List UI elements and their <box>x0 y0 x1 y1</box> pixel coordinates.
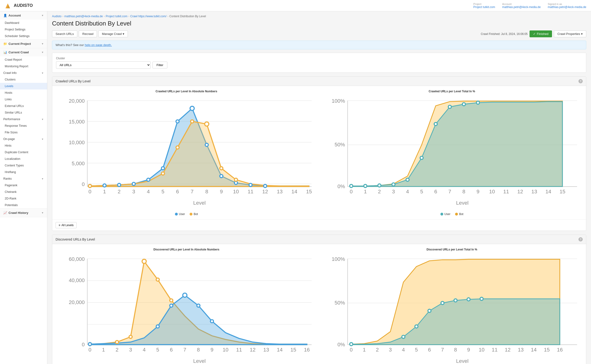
discovered-abs-chart: Discovered URLs per Level In Absolute Nu… <box>56 248 317 364</box>
sidebar-item-content-types[interactable]: Content Types <box>0 162 47 169</box>
breadcrumb-account[interactable]: matthias.petri@4eck-media.de <box>64 15 103 18</box>
sidebar-item-hreflang[interactable]: Hreflang <box>0 169 47 176</box>
sidebar-header-crawl-info[interactable]: Crawl Info ▼ <box>0 70 47 76</box>
account-link[interactable]: matthias.petri@4eck-media.de <box>502 6 541 9</box>
svg-point-117 <box>129 335 132 338</box>
help-icon-1[interactable]: ? <box>578 79 583 83</box>
sidebar-header-onpage[interactable]: On-page ▼ <box>0 136 47 142</box>
sidebar-item-dashboard[interactable]: Dashboard <box>0 20 47 26</box>
svg-text:3: 3 <box>389 347 392 353</box>
sidebar-item-hosts[interactable]: Hosts <box>0 90 47 96</box>
info-banner-link[interactable]: help on page depth. <box>85 43 112 47</box>
sidebar-item-levels[interactable]: Levels <box>0 83 47 90</box>
recrawl-button[interactable]: Recrawl <box>79 30 97 37</box>
discovered-urls-section: Discovered URLs By Level ? Discovered UR… <box>52 235 586 364</box>
svg-text:8: 8 <box>197 347 200 353</box>
sidebar-header-crawl-history[interactable]: 📈 Crawl History ▼ <box>0 209 47 217</box>
chevron-down-icon-history: ▼ <box>41 212 44 214</box>
crawl-properties-button[interactable]: Crawl Properties ▾ <box>554 30 586 37</box>
breadcrumb-sep3: › <box>128 15 129 18</box>
svg-point-125 <box>197 304 200 307</box>
svg-text:9: 9 <box>467 347 470 353</box>
toolbar: Search URLs Recrawl Manage Crawl ▾ Crawl… <box>47 30 591 41</box>
sidebar-item-pagerank[interactable]: Pagerank <box>0 182 47 188</box>
svg-text:14: 14 <box>545 188 551 195</box>
svg-text:2: 2 <box>116 347 118 353</box>
breadcrumb-audisto[interactable]: Audisto <box>52 15 61 18</box>
svg-point-124 <box>183 293 187 297</box>
breadcrumb-project[interactable]: Project tutkit.com <box>106 15 128 18</box>
svg-point-36 <box>161 167 165 170</box>
chevron-down-icon-performance: ▼ <box>41 118 44 121</box>
crawled-pct-legend: User Bot <box>322 212 582 216</box>
discovered-abs-title: Discovered URLs per Level In Absolute Nu… <box>56 248 317 251</box>
search-urls-button[interactable]: Search URLs <box>52 30 77 37</box>
sidebar-item-response-times[interactable]: Response Times <box>0 123 47 129</box>
person-icon: 👤 <box>3 14 7 17</box>
project-link[interactable]: Project tutkit.com <box>473 6 495 9</box>
svg-text:0: 0 <box>82 181 85 187</box>
discovered-urls-header: Discovered URLs By Level ? <box>52 235 586 244</box>
chevron-down-icon: ▼ <box>41 14 44 17</box>
svg-point-157 <box>441 301 444 305</box>
svg-text:11: 11 <box>236 347 242 353</box>
svg-point-78 <box>378 184 381 187</box>
svg-text:100%: 100% <box>332 98 345 104</box>
sidebar-item-2d-rank[interactable]: 2D-Rank <box>0 195 47 202</box>
svg-point-121 <box>88 343 92 346</box>
sidebar-item-duplicate-content[interactable]: Duplicate Content <box>0 149 47 156</box>
sidebar-item-crawl-report[interactable]: Crawl Report <box>0 56 47 63</box>
user-color-dot-2 <box>440 213 443 215</box>
sidebar-item-clusters[interactable]: Clusters <box>0 76 47 83</box>
sidebar-header-ranks[interactable]: Ranks ▼ <box>0 176 47 182</box>
sidebar-header-current-project[interactable]: 📁 Current Project ▼ <box>0 40 47 48</box>
layout: 👤 Account ▼ Dashboard Project Settings S… <box>0 11 591 364</box>
sidebar-item-cheirank[interactable]: Cheirank <box>0 188 47 195</box>
sidebar-item-scheduler-settings[interactable]: Scheduler Settings <box>0 33 47 39</box>
filter-label: Cluster <box>56 57 582 60</box>
sidebar-header-account[interactable]: 👤 Account ▼ <box>0 11 47 20</box>
signed-in-link[interactable]: matthias.petri@4eck-media.de <box>548 6 586 9</box>
sidebar-item-localization[interactable]: Localization <box>0 156 47 162</box>
svg-text:13: 13 <box>277 188 283 195</box>
chevron-down-icon: ▼ <box>41 51 44 54</box>
dropdown-arrow-icon: ▾ <box>123 32 124 36</box>
manage-crawl-button[interactable]: Manage Crawl ▾ <box>98 30 128 37</box>
sidebar-header-performance[interactable]: Performance ▼ <box>0 116 47 123</box>
svg-text:1: 1 <box>363 347 366 353</box>
history-icon: 📈 <box>3 211 7 214</box>
svg-point-159 <box>467 298 470 301</box>
breadcrumb-crawl[interactable]: Crawl https://www.tutkit.com/ <box>130 15 166 18</box>
sidebar-item-monitoring-report[interactable]: Monitoring Report <box>0 63 47 70</box>
svg-point-45 <box>161 172 165 175</box>
svg-text:12: 12 <box>505 347 511 353</box>
sidebar-item-similar-urls[interactable]: Similar URLs <box>0 109 47 116</box>
svg-text:11: 11 <box>492 347 498 353</box>
all-levels-button-1[interactable]: ≡ All Levels <box>55 222 77 228</box>
sidebar-item-project-settings[interactable]: Project Settings <box>0 26 47 33</box>
sidebar-item-links[interactable]: Links <box>0 96 47 103</box>
sidebar-item-external-urls[interactable]: External URLs <box>0 103 47 109</box>
sidebar-item-file-sizes[interactable]: File Sizes <box>0 129 47 136</box>
sidebar-section-crawl-history: 📈 Crawl History ▼ <box>0 209 47 217</box>
svg-text:7: 7 <box>191 188 194 195</box>
svg-text:100%: 100% <box>332 256 345 262</box>
filter-button[interactable]: Filter <box>153 62 167 68</box>
svg-point-81 <box>420 156 423 159</box>
help-icon-2[interactable]: ? <box>578 237 583 241</box>
breadcrumb-sep1: › <box>62 15 63 18</box>
svg-point-123 <box>170 304 173 307</box>
svg-text:12: 12 <box>250 347 255 353</box>
project-meta: Project Project tutkit.com <box>473 3 495 9</box>
cluster-select[interactable]: All URLs <box>56 61 151 69</box>
discovered-urls-body: Discovered URLs per Level In Absolute Nu… <box>52 244 586 364</box>
sidebar-header-current-crawl[interactable]: 📊 Current Crawl ▼ <box>0 48 47 56</box>
check-icon: ✓ <box>533 32 536 36</box>
breadcrumb: Audisto › matthias.petri@4eck-media.de ›… <box>47 11 591 19</box>
svg-point-37 <box>176 120 179 123</box>
sidebar-item-potentials[interactable]: Potentials <box>0 202 47 208</box>
finished-button[interactable]: ✓ Finished <box>530 30 552 37</box>
sidebar-item-hints[interactable]: Hints <box>0 142 47 149</box>
topbar-right: Project Project tutkit.com Account matth… <box>473 3 586 9</box>
svg-text:9: 9 <box>210 347 213 353</box>
